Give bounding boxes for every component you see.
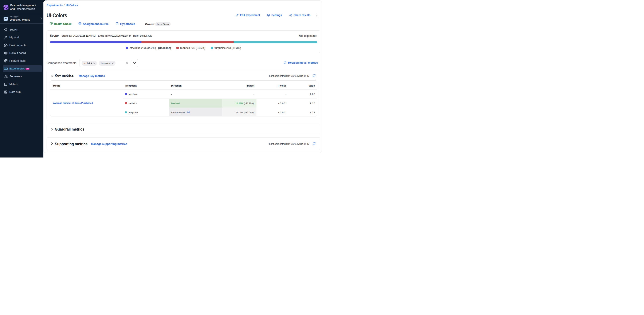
svg-text:?: ? (188, 111, 189, 113)
